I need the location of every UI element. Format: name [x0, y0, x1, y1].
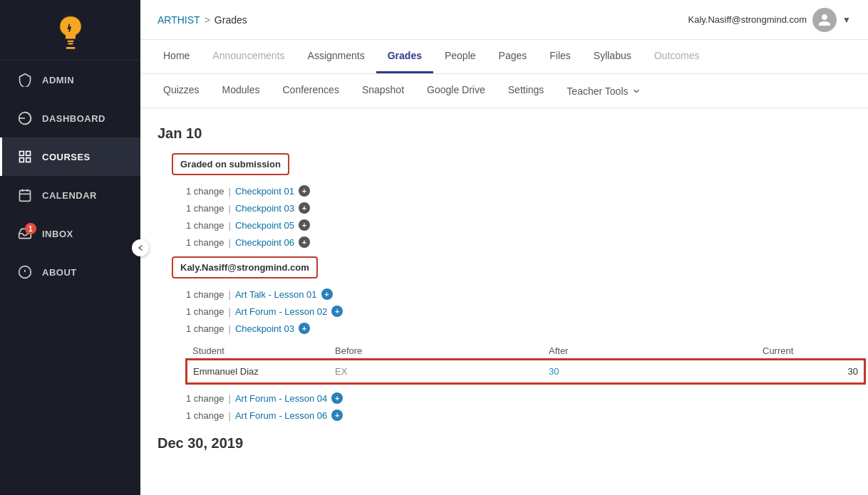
- add-icon-7[interactable]: +: [331, 392, 343, 404]
- avatar-icon: [817, 13, 832, 27]
- before-value: EX: [329, 360, 543, 383]
- logo-icon: [52, 13, 89, 50]
- separator: |: [229, 393, 231, 404]
- change-count: 1 change: [186, 289, 224, 300]
- change-count: 1 change: [186, 237, 224, 248]
- art-talk-lesson01-link[interactable]: Art Talk - Lesson 01: [235, 289, 317, 300]
- tab-modules[interactable]: Modules: [211, 74, 272, 108]
- after-value: 30: [543, 360, 757, 383]
- breadcrumb-separator: >: [205, 14, 210, 26]
- list-item: 1 change | Checkpoint 06 +: [172, 234, 851, 251]
- sidebar-navigation: ADMIN DASHBOARD COURSES CALENDAR INBOX 1…: [0, 61, 140, 495]
- add-icon-5[interactable]: +: [331, 306, 343, 317]
- add-icon-1[interactable]: +: [299, 202, 310, 214]
- breadcrumb: ARTHIST > Grades: [157, 14, 247, 26]
- tab-google-drive[interactable]: Google Drive: [415, 74, 497, 108]
- sidebar-item-courses[interactable]: COURSES: [0, 137, 140, 176]
- checkpoint-03-b-link[interactable]: Checkpoint 03: [235, 323, 294, 334]
- add-icon-2[interactable]: +: [299, 219, 310, 231]
- change-count: 1 change: [186, 220, 224, 231]
- svg-rect-6: [26, 158, 31, 162]
- student-name: Emmanuel Diaz: [187, 360, 329, 383]
- jan-heading: Jan 10: [157, 125, 851, 142]
- nav-tabs-row1: Home Announcements Assignments Grades Pe…: [140, 40, 868, 73]
- list-item: 1 change | Checkpoint 03 +: [172, 320, 851, 337]
- nav-tabs-row2: Quizzes Modules Conferences Snapshot Goo…: [140, 73, 868, 108]
- checkpoint-03-link[interactable]: Checkpoint 03: [235, 203, 294, 214]
- add-icon-3[interactable]: +: [299, 236, 310, 248]
- list-item: 1 change | Art Forum - Lesson 02 +: [172, 303, 851, 320]
- svg-rect-5: [20, 158, 24, 162]
- breadcrumb-current: Grades: [215, 14, 247, 26]
- change-count: 1 change: [186, 410, 224, 421]
- add-icon-4[interactable]: +: [321, 288, 333, 300]
- breadcrumb-link[interactable]: ARTHIST: [157, 14, 200, 26]
- calendar-icon: [18, 188, 32, 202]
- sidebar-collapse-button[interactable]: [132, 239, 149, 256]
- add-icon-8[interactable]: +: [331, 410, 343, 421]
- separator: |: [229, 410, 231, 421]
- list-item: 1 change | Checkpoint 03 +: [172, 199, 851, 217]
- separator: |: [229, 203, 231, 214]
- art-forum-lesson02-link[interactable]: Art Forum - Lesson 02: [235, 306, 327, 317]
- table-row: Emmanuel Diaz EX 30 30: [187, 360, 864, 383]
- tab-files[interactable]: Files: [538, 40, 582, 73]
- tab-syllabus[interactable]: Syllabus: [582, 40, 643, 73]
- user-area[interactable]: Kaly.Nasiff@strongmind.com ▼: [688, 8, 852, 32]
- col-header-before: Before: [329, 343, 543, 360]
- sidebar-item-inbox[interactable]: INBOX 1: [0, 214, 140, 253]
- tab-snapshot[interactable]: Snapshot: [351, 74, 415, 108]
- col-header-after: After: [543, 343, 757, 360]
- tab-conferences[interactable]: Conferences: [272, 74, 351, 108]
- sidebar-label-admin: ADMIN: [42, 75, 74, 85]
- separator: |: [229, 306, 231, 317]
- tab-assignments[interactable]: Assignments: [296, 40, 376, 73]
- art-forum-lesson06-link[interactable]: Art Forum - Lesson 06: [235, 410, 327, 421]
- main-area: ARTHIST > Grades Kaly.Nasiff@strongmind.…: [140, 0, 868, 495]
- sidebar-label-courses: COURSES: [42, 152, 91, 162]
- checkpoint-01-link[interactable]: Checkpoint 01: [235, 186, 294, 197]
- grade-change-table: Student Before After Current Emmanuel Di…: [186, 343, 865, 384]
- art-forum-lesson04-link[interactable]: Art Forum - Lesson 04: [235, 393, 327, 404]
- current-value: 30: [757, 360, 864, 383]
- tab-pages[interactable]: Pages: [487, 40, 539, 73]
- chevron-down-icon: ▼: [842, 15, 851, 25]
- nav-tabs: Home Announcements Assignments Grades Pe…: [140, 40, 868, 108]
- change-count: 1 change: [186, 393, 224, 404]
- shield-icon: [18, 73, 32, 87]
- checkpoint-06-link[interactable]: Checkpoint 06: [235, 237, 294, 248]
- separator: |: [229, 237, 231, 248]
- dashboard-icon: [18, 111, 32, 125]
- topbar: ARTHIST > Grades Kaly.Nasiff@strongmind.…: [140, 0, 868, 40]
- tab-quizzes[interactable]: Quizzes: [152, 74, 211, 108]
- checkpoint-05-link[interactable]: Checkpoint 05: [235, 220, 294, 231]
- sidebar-item-admin[interactable]: ADMIN: [0, 61, 140, 99]
- change-count: 1 change: [186, 203, 224, 214]
- tab-outcomes[interactable]: Outcomes: [643, 40, 711, 73]
- graded-on-submission-box: Graded on submission: [172, 153, 289, 175]
- content-area: Jan 10 Graded on submission 1 change | C…: [140, 108, 868, 495]
- svg-rect-7: [20, 190, 31, 201]
- teacher-tools-button[interactable]: Teacher Tools: [555, 78, 652, 104]
- collapse-icon: [137, 244, 144, 251]
- sidebar: ADMIN DASHBOARD COURSES CALENDAR INBOX 1…: [0, 0, 140, 495]
- tab-grades[interactable]: Grades: [376, 40, 433, 73]
- col-header-current: Current: [757, 343, 864, 360]
- col-header-student: Student: [187, 343, 329, 360]
- sidebar-item-about[interactable]: ABOUT: [0, 253, 140, 291]
- sidebar-label-inbox: INBOX: [42, 229, 73, 239]
- change-count: 1 change: [186, 306, 224, 317]
- sidebar-item-dashboard[interactable]: DASHBOARD: [0, 99, 140, 137]
- list-item: 1 change | Art Forum - Lesson 06 +: [172, 407, 851, 424]
- tab-announcements[interactable]: Announcements: [201, 40, 296, 73]
- tab-settings[interactable]: Settings: [497, 74, 556, 108]
- dec-heading: Dec 30, 2019: [157, 435, 851, 452]
- tab-home[interactable]: Home: [152, 40, 201, 73]
- tab-people[interactable]: People: [433, 40, 487, 73]
- list-item: 1 change | Checkpoint 05 +: [172, 217, 851, 234]
- list-item: 1 change | Checkpoint 01 +: [172, 182, 851, 199]
- separator: |: [229, 186, 231, 197]
- add-icon-6[interactable]: +: [299, 323, 310, 334]
- add-icon-0[interactable]: +: [299, 185, 310, 197]
- sidebar-item-calendar[interactable]: CALENDAR: [0, 176, 140, 214]
